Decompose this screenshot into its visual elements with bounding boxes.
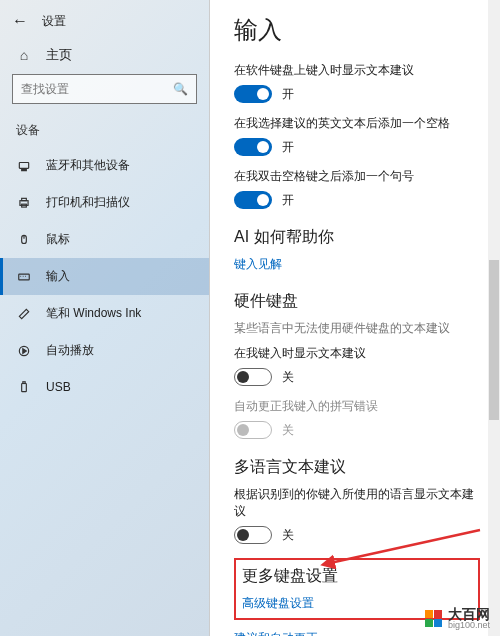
- setting-period-label: 在我双击空格键之后添加一个句号: [234, 168, 480, 185]
- sidebar-item-label: 笔和 Windows Ink: [46, 305, 141, 322]
- toggle-state: 关: [282, 527, 294, 544]
- feedback-link[interactable]: 建议和自动更正: [234, 630, 480, 636]
- sidebar-item-mouse[interactable]: 鼠标: [0, 221, 209, 258]
- toggle-period[interactable]: [234, 191, 272, 209]
- toggle-hw-suggest[interactable]: [234, 368, 272, 386]
- ai-heading: AI 如何帮助你: [234, 227, 480, 248]
- sidebar-item-label: 蓝牙和其他设备: [46, 157, 130, 174]
- svg-rect-0: [19, 162, 28, 168]
- watermark-brand: 大百网: [448, 607, 490, 621]
- scrollbar-thumb[interactable]: [489, 260, 499, 420]
- bluetooth-icon: [16, 158, 32, 174]
- toggle-state: 开: [282, 192, 294, 209]
- svg-rect-7: [19, 274, 30, 280]
- mouse-icon: [16, 232, 32, 248]
- sidebar-item-label: 鼠标: [46, 231, 70, 248]
- printer-icon: [16, 195, 32, 211]
- home-button[interactable]: ⌂ 主页: [0, 40, 209, 74]
- setting-hw-suggest-label: 在我键入时显示文本建议: [234, 345, 480, 362]
- page-title: 输入: [234, 14, 480, 46]
- sidebar-item-usb[interactable]: USB: [0, 369, 209, 405]
- setting-sw-keyboard-label: 在软件键盘上键入时显示文本建议: [234, 62, 480, 79]
- content-area: 输入 在软件键盘上键入时显示文本建议 开 在我选择建议的英文文本后添加一个空格 …: [210, 0, 500, 636]
- sidebar-item-pen[interactable]: 笔和 Windows Ink: [0, 295, 209, 332]
- svg-rect-13: [22, 384, 27, 392]
- svg-rect-1: [22, 169, 27, 170]
- hw-desc: 某些语言中无法使用硬件键盘的文本建议: [234, 320, 480, 337]
- toggle-state: 关: [282, 369, 294, 386]
- settings-title: 设置: [42, 13, 66, 30]
- sidebar-item-label: 自动播放: [46, 342, 94, 359]
- sidebar-item-typing[interactable]: 输入: [0, 258, 209, 295]
- search-input[interactable]: 🔍: [12, 74, 197, 104]
- svg-marker-12: [23, 348, 26, 353]
- autoplay-icon: [16, 343, 32, 359]
- sidebar-item-label: 输入: [46, 268, 70, 285]
- section-devices-label: 设备: [0, 118, 209, 147]
- sidebar-item-label: 打印机和扫描仪: [46, 194, 130, 211]
- svg-rect-14: [23, 382, 25, 384]
- setting-multi-label: 根据识别到的你键入所使用的语言显示文本建议: [234, 486, 480, 520]
- watermark-logo-icon: [425, 610, 442, 627]
- setting-space-label: 在我选择建议的英文文本后添加一个空格: [234, 115, 480, 132]
- sidebar-item-printers[interactable]: 打印机和扫描仪: [0, 184, 209, 221]
- svg-rect-3: [22, 198, 27, 200]
- home-icon: ⌂: [16, 47, 32, 63]
- multi-heading: 多语言文本建议: [234, 457, 480, 478]
- home-label: 主页: [46, 46, 72, 64]
- toggle-hw-spell: [234, 421, 272, 439]
- watermark: 大百网 big100.net: [425, 607, 490, 630]
- toggle-state: 开: [282, 86, 294, 103]
- scrollbar[interactable]: [488, 0, 500, 636]
- ai-link[interactable]: 键入见解: [234, 256, 480, 273]
- toggle-multi[interactable]: [234, 526, 272, 544]
- sidebar-item-label: USB: [46, 380, 71, 394]
- watermark-url: big100.net: [448, 621, 490, 630]
- usb-icon: [16, 379, 32, 395]
- setting-hw-spell-label: 自动更正我键入的拼写错误: [234, 398, 480, 415]
- sidebar-item-bluetooth[interactable]: 蓝牙和其他设备: [0, 147, 209, 184]
- toggle-state: 关: [282, 422, 294, 439]
- toggle-state: 开: [282, 139, 294, 156]
- back-button[interactable]: ←: [12, 12, 28, 30]
- toggle-space[interactable]: [234, 138, 272, 156]
- keyboard-icon: [16, 269, 32, 285]
- search-icon: 🔍: [173, 82, 188, 96]
- sidebar-item-autoplay[interactable]: 自动播放: [0, 332, 209, 369]
- sidebar: ← 设置 ⌂ 主页 🔍 设备 蓝牙和其他设备 打印机和扫描仪: [0, 0, 210, 636]
- hw-heading: 硬件键盘: [234, 291, 480, 312]
- pen-icon: [16, 306, 32, 322]
- more-heading: 更多键盘设置: [242, 566, 472, 587]
- toggle-sw-keyboard[interactable]: [234, 85, 272, 103]
